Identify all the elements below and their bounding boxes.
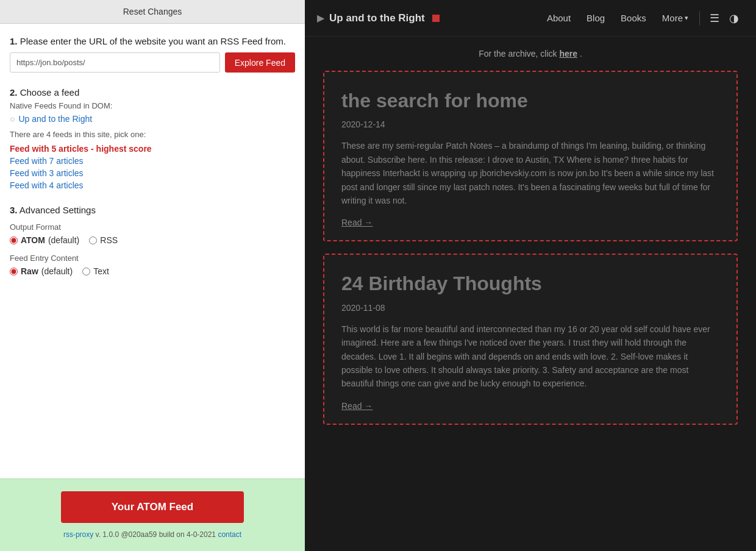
archive-bar: For the archive, click here . [323, 49, 738, 59]
atom-radio[interactable] [10, 236, 18, 244]
nav-title: Up and to the Right [329, 12, 425, 24]
nav-more-label: More [662, 13, 683, 23]
article-card-1: the search for home 2020-12-14 These are… [323, 71, 738, 241]
native-feed-item: ○ Up and to the Right [10, 114, 295, 124]
native-feed-link[interactable]: Up and to the Right [18, 114, 92, 124]
nav-arrow-icon: ▶ [317, 12, 324, 24]
reset-bar: Reset Changes [0, 0, 305, 24]
list-item: Feed with 7 articles [10, 156, 295, 166]
feed-link-7[interactable]: Feed with 7 articles [10, 156, 84, 166]
nav-more-chevron-icon: ▾ [685, 14, 688, 22]
feed-link-4[interactable]: Feed with 4 articles [10, 180, 84, 190]
article-title-2: 24 Birthday Thoughts [341, 272, 719, 295]
list-item: Feed with 3 articles [10, 168, 295, 178]
nav-more[interactable]: More ▾ [656, 9, 694, 27]
nav-blog[interactable]: Blog [580, 9, 611, 27]
article-date-2: 2020-11-08 [341, 303, 719, 313]
article-excerpt-1: These are my semi-regular Patch Notes – … [341, 139, 719, 207]
read-more-2[interactable]: Read → [341, 401, 373, 411]
nav-menu-button[interactable]: ☰ [705, 8, 724, 29]
raw-label: Raw [21, 266, 38, 276]
archive-link[interactable]: here [559, 49, 577, 59]
rss-radio[interactable] [89, 236, 97, 244]
list-item: Feed with 5 articles - highest score [10, 144, 295, 154]
right-panel: ▶ Up and to the Right About Blog Books M… [305, 0, 756, 551]
text-label: Text [93, 266, 109, 276]
article-excerpt-2: This world is far more beautiful and int… [341, 322, 719, 391]
feed-entry-radios: Raw (default) Text [10, 266, 295, 276]
feed-entry-label: Feed Entry Content [10, 254, 295, 263]
bottom-bar: Your ATOM Feed rss-proxy v. 1.0.0 @020aa… [0, 478, 305, 551]
rss-label: RSS [100, 235, 118, 245]
raw-default: (default) [41, 266, 73, 276]
nav-links: About Blog Books More ▾ [541, 9, 694, 27]
step1-title: 1. Please enter the URL of the website y… [10, 36, 295, 46]
output-format-label: Output Format [10, 222, 295, 232]
article-card-2: 24 Birthday Thoughts 2020-11-08 This wor… [323, 254, 738, 424]
url-input[interactable] [10, 52, 220, 73]
feed-list: Feed with 5 articles - highest score Fee… [10, 144, 295, 190]
left-panel: Reset Changes 1. Please enter the URL of… [0, 0, 305, 551]
url-row: Explore Feed [10, 52, 295, 73]
atom-radio-label[interactable]: ATOM (default) [10, 235, 79, 245]
feed-link-5[interactable]: Feed with 5 articles [10, 144, 88, 154]
reset-button[interactable]: Reset Changes [123, 7, 182, 16]
text-radio[interactable] [82, 268, 90, 276]
nav-brand[interactable]: ▶ Up and to the Right [317, 12, 440, 24]
article-title-1: the search for home [341, 89, 719, 112]
step2-title: 2. Choose a feed [10, 87, 295, 98]
native-feeds-label: Native Feeds Found in DOM: [10, 101, 295, 110]
main-content: For the archive, click here . the search… [305, 37, 756, 551]
nav-about[interactable]: About [541, 9, 577, 27]
atom-default: (default) [48, 235, 79, 245]
atom-feed-button[interactable]: Your ATOM Feed [61, 491, 244, 523]
contact-link[interactable]: contact [218, 530, 241, 539]
output-format-group: Output Format ATOM (default) RSS [10, 222, 295, 245]
feed-entry-group: Feed Entry Content Raw (default) Text [10, 254, 295, 276]
footer-text: rss-proxy v. 1.0.0 @020aa59 build on 4-0… [10, 530, 295, 539]
footer-version: v. 1.0.0 @020aa59 build on 4-0-2021 [96, 530, 218, 539]
text-radio-label[interactable]: Text [82, 266, 109, 276]
raw-radio-label[interactable]: Raw (default) [10, 266, 73, 276]
feed-count-label: There are 4 feeds in this site, pick one… [10, 130, 295, 139]
article-date-1: 2020-12-14 [341, 119, 719, 129]
atom-label: ATOM [21, 235, 45, 245]
nav-square-icon [432, 15, 440, 22]
rss-proxy-link[interactable]: rss-proxy [63, 530, 93, 539]
archive-period: . [580, 49, 582, 59]
step1-text: Please enter the URL of the website you … [20, 36, 286, 46]
archive-text: For the archive, click [479, 49, 559, 59]
feed-link-3[interactable]: Feed with 3 articles [10, 168, 84, 178]
list-item: Feed with 4 articles [10, 180, 295, 190]
explore-feed-button[interactable]: Explore Feed [225, 52, 295, 73]
nav-divider [699, 11, 700, 26]
output-format-radios: ATOM (default) RSS [10, 235, 295, 245]
top-nav: ▶ Up and to the Right About Blog Books M… [305, 0, 756, 37]
step3-title: 3. Advanced Settings [10, 205, 295, 215]
read-more-1[interactable]: Read → [341, 218, 373, 227]
raw-radio[interactable] [10, 268, 18, 276]
rss-radio-label[interactable]: RSS [89, 235, 118, 245]
nav-theme-button[interactable]: ◑ [724, 8, 744, 29]
nav-books[interactable]: Books [615, 9, 652, 27]
highest-score-label: - highest score [91, 144, 152, 154]
